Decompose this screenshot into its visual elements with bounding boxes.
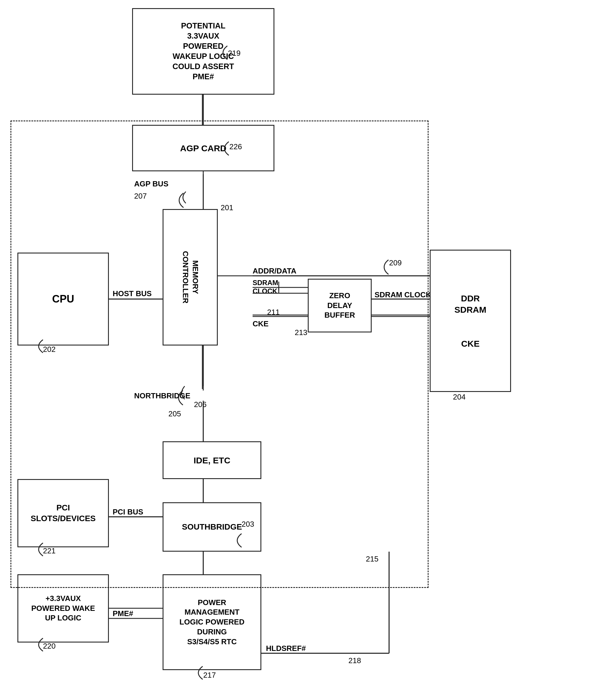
hldsref-label: HLDSREF# — [266, 644, 306, 653]
ref-217: 217 — [203, 671, 216, 680]
diagram: POTENTIAL 3.3VAUX POWERED WAKEUP LOGIC C… — [0, 0, 608, 700]
ddr-sdram-box: DDR SDRAM CKE — [430, 250, 511, 392]
ref-218: 218 — [348, 656, 361, 665]
pme-label: PME# — [113, 609, 133, 618]
power-mgmt-box: POWER MANAGEMENT LOGIC POWERED DURING S3… — [163, 574, 261, 670]
wakeup-logic-box: POTENTIAL 3.3VAUX POWERED WAKEUP LOGIC C… — [132, 8, 274, 95]
ref-219: 219 — [228, 49, 241, 58]
ref-220: 220 — [43, 642, 55, 651]
dashed-boundary-box — [11, 120, 429, 588]
ref-204: 204 — [453, 393, 466, 401]
